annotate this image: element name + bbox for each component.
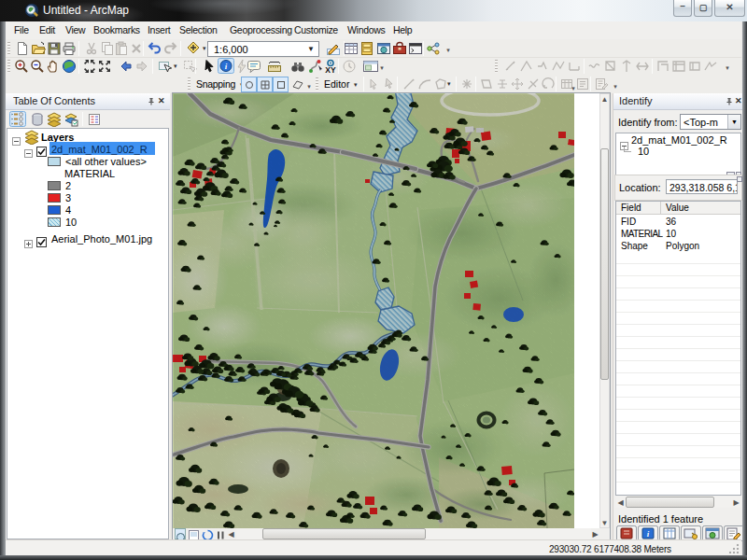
svg-text:XY: XY <box>325 65 336 74</box>
